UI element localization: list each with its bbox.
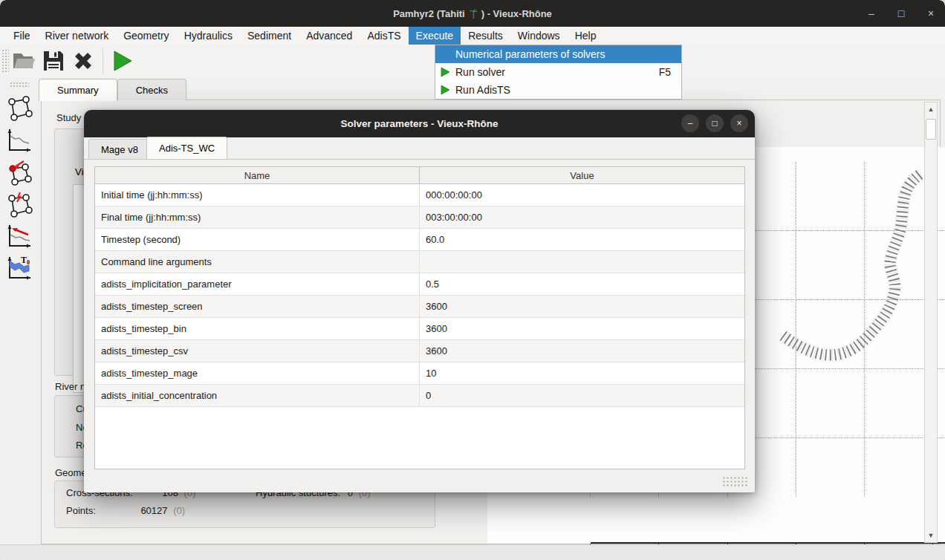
menu-hydraulics[interactable]: Hydraulics — [177, 27, 240, 45]
scrollbar-thumb[interactable] — [926, 119, 936, 140]
table-row[interactable]: Command line arguments — [95, 251, 744, 273]
palm-tree-icon — [468, 8, 478, 19]
delete-cross-icon — [72, 50, 94, 72]
param-value-cell[interactable]: 0.5 — [420, 273, 744, 295]
param-name-cell: Initial time (jj:hh:mm:ss) — [95, 184, 420, 206]
points-label: Points: — [66, 505, 96, 516]
dialog-tab-mage-v8[interactable]: Mage v8 — [88, 139, 151, 159]
geometry-group-label: Geome — [55, 467, 87, 478]
run-solver-button[interactable] — [108, 47, 137, 75]
menu-execute[interactable]: Execute — [409, 27, 461, 45]
toolbar-drag-handle[interactable] — [1, 49, 9, 73]
sidebar-drag-handle[interactable] — [10, 82, 29, 88]
menu-help[interactable]: Help — [568, 27, 604, 45]
param-value-cell[interactable]: 000:00:00:00 — [420, 184, 744, 206]
run-solver-shortcut: F5 — [659, 66, 671, 78]
svg-text:T: T — [21, 255, 27, 265]
param-value-cell[interactable]: 0 — [420, 385, 744, 406]
menu-file[interactable]: File — [6, 27, 38, 45]
sidebar-tool-friction-profile[interactable] — [4, 221, 34, 251]
window-titlebar[interactable]: Pamhyr2 (Tahiti ) - Vieux-Rhône – □ × — [0, 0, 945, 27]
run-play-icon — [112, 51, 133, 71]
menu-geometry[interactable]: Geometry — [116, 27, 176, 45]
column-header-name[interactable]: Name — [95, 167, 420, 183]
plot-vertical-scrollbar[interactable]: ▲ ▼ — [924, 102, 938, 543]
save-floppy-icon — [43, 51, 64, 71]
window-minimize-button[interactable]: – — [865, 7, 878, 19]
sidebar-tool-initial-conditions[interactable]: T 0 — [4, 253, 34, 283]
menu-item-numerical-parameters[interactable]: Numerical parameters of solvers — [435, 45, 681, 63]
table-row[interactable]: Final time (jj:hh:mm:ss) 003:00:00:00 — [95, 206, 744, 229]
sidebar-tool-boundary-conditions[interactable] — [4, 157, 34, 187]
points-extra: (0) — [173, 505, 185, 516]
dialog-tab-adis-ts-wc[interactable]: Adis-TS_WC — [146, 137, 227, 159]
dialog-title: Solver parameters - Vieux-Rhône — [340, 118, 498, 129]
lateral-contributions-icon — [6, 191, 33, 218]
window-close-button[interactable]: × — [924, 7, 938, 19]
toolbar-separator — [103, 48, 103, 74]
longitudinal-profile-icon — [6, 127, 33, 154]
menu-advanced[interactable]: Advanced — [299, 27, 360, 45]
sidebar-tool-longitudinal-profile[interactable] — [4, 126, 34, 155]
table-header-row: Name Value — [95, 167, 744, 184]
param-name-cell: adists_timestep_csv — [95, 340, 420, 362]
table-row[interactable]: adists_implicitation_parameter 0.5 — [95, 273, 744, 296]
table-row[interactable]: Timestep (second) 60.0 — [95, 229, 744, 251]
run-play-icon — [441, 67, 450, 77]
dialog-minimize-button[interactable]: – — [681, 114, 699, 132]
scroll-down-arrow-icon[interactable]: ▼ — [925, 530, 937, 541]
execute-menu-dropdown: Numerical parameters of solvers Run solv… — [435, 45, 682, 100]
dialog-tabbar: Mage v8 Adis-TS_WC — [84, 137, 755, 160]
scroll-up-arrow-icon[interactable]: ▲ — [925, 103, 937, 115]
run-play-icon — [441, 85, 450, 95]
param-name-cell: adists_timestep_screen — [95, 296, 420, 317]
param-name-cell: Timestep (second) — [95, 229, 420, 250]
menu-results[interactable]: Results — [461, 27, 510, 45]
menubar: File River network Geometry Hydraulics S… — [0, 27, 945, 45]
river-network-group-label: River n — [55, 381, 85, 392]
dialog-titlebar[interactable]: Solver parameters - Vieux-Rhône – □ × — [84, 110, 755, 137]
param-name-cell: adists_timestep_mage — [95, 362, 420, 384]
open-study-button[interactable] — [9, 47, 39, 75]
initial-conditions-t0-icon: T 0 — [6, 255, 33, 281]
dialog-maximize-button[interactable]: □ — [706, 114, 724, 132]
param-value-cell[interactable]: 10 — [420, 362, 744, 384]
save-study-button[interactable] — [39, 47, 68, 75]
param-name-cell: adists_timestep_bin — [95, 318, 420, 339]
sidebar-tool-river-network[interactable] — [4, 94, 34, 123]
table-row[interactable]: adists_timestep_bin 3600 — [95, 318, 744, 340]
menu-item-run-solver[interactable]: Run solver F5 — [435, 63, 681, 81]
points-value: 60127 — [140, 505, 167, 516]
table-row[interactable]: adists_timestep_screen 3600 — [95, 296, 744, 318]
study-group-label: Study — [56, 112, 81, 123]
param-value-cell[interactable] — [420, 251, 744, 273]
param-value-cell[interactable]: 3600 — [420, 318, 744, 339]
param-value-cell[interactable]: 60.0 — [420, 229, 744, 250]
sidebar-tool-lateral-contributions[interactable] — [4, 189, 34, 219]
pamhyr-main-window: Pamhyr2 (Tahiti ) - Vieux-Rhône – □ × Fi… — [0, 0, 945, 560]
param-value-cell[interactable]: 3600 — [420, 340, 744, 362]
menu-adists[interactable]: AdisTS — [360, 27, 408, 45]
column-header-value[interactable]: Value — [420, 167, 744, 183]
menu-sediment[interactable]: Sediment — [240, 27, 299, 45]
tool-sidebar: T 0 — [0, 79, 39, 544]
tab-checks[interactable]: Checks — [117, 79, 186, 100]
table-row[interactable]: adists_timestep_mage 10 — [95, 362, 744, 385]
menu-item-run-adists[interactable]: Run AdisTS — [435, 81, 681, 99]
dialog-close-button[interactable]: × — [730, 114, 748, 132]
dialog-resize-grip[interactable] — [722, 476, 749, 486]
close-study-button[interactable] — [68, 47, 98, 75]
menu-windows[interactable]: Windows — [510, 27, 568, 45]
param-value-cell[interactable]: 3600 — [420, 296, 744, 317]
friction-profile-icon — [6, 223, 33, 250]
window-maximize-button[interactable]: □ — [894, 7, 908, 19]
tab-summary[interactable]: Summary — [39, 79, 117, 101]
table-row[interactable]: adists_initial_concentration 0 — [95, 385, 744, 407]
solver-parameters-dialog: Solver parameters - Vieux-Rhône – □ × Ma… — [84, 110, 755, 492]
boundary-conditions-icon — [6, 159, 33, 186]
menu-river-network[interactable]: River network — [38, 27, 117, 45]
param-value-cell[interactable]: 003:00:00:00 — [420, 206, 744, 228]
table-row[interactable]: adists_timestep_csv 3600 — [95, 340, 744, 362]
param-name-cell: adists_initial_concentration — [95, 385, 420, 406]
table-row[interactable]: Initial time (jj:hh:mm:ss) 000:00:00:00 — [95, 184, 744, 206]
